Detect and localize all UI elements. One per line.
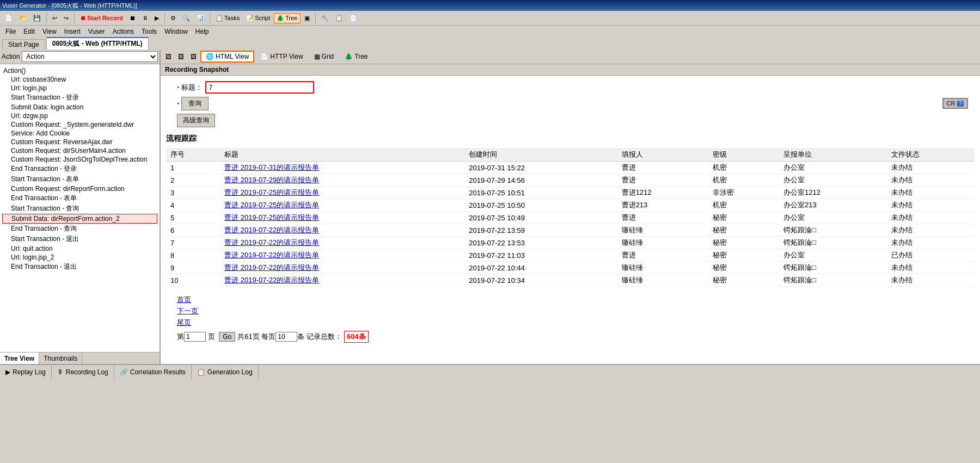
title-link-0[interactable]: 曹进 2019-07-31的请示报告单: [224, 163, 319, 171]
page-first: 首页: [177, 295, 975, 305]
title-link-6[interactable]: 曹进 2019-07-22的请示报告单: [224, 238, 319, 246]
go-btn[interactable]: Go: [219, 332, 235, 342]
menu-edit[interactable]: Edit: [20, 27, 38, 36]
title-link-5[interactable]: 曹进 2019-07-22的请示报告单: [224, 226, 319, 234]
tab-correlation-results[interactable]: 🔗 Correlation Results: [114, 365, 192, 379]
tasks-btn[interactable]: 📋 Tasks: [213, 13, 242, 23]
script-btn[interactable]: 📝 Script: [243, 13, 273, 23]
cr-button[interactable]: CR ?: [942, 98, 968, 109]
view-btn-b[interactable]: 🖼: [175, 52, 187, 61]
tab-grid[interactable]: ▦ Grid: [309, 51, 339, 62]
col-person: 填报人: [617, 148, 709, 162]
page-input[interactable]: [184, 332, 206, 342]
tree-item-14[interactable]: End Transaction - 表单: [2, 193, 157, 203]
layout-btn[interactable]: ▣: [302, 13, 313, 23]
next-page-link[interactable]: 下一页: [177, 307, 198, 315]
misc-btn1[interactable]: 🔧: [318, 13, 332, 23]
menu-insert[interactable]: Insert: [61, 27, 84, 36]
title-link-7[interactable]: 曹进 2019-07-22的请示报告单: [224, 251, 319, 259]
tree-item-17[interactable]: End Transaction - 查询: [2, 224, 157, 234]
menu-actions[interactable]: Actions: [109, 27, 137, 36]
tab-start-page[interactable]: Start Page: [2, 39, 45, 50]
form-title-row: • 标题：: [177, 81, 975, 94]
tab-tree[interactable]: 🌲 Tree: [340, 51, 372, 62]
undo-btn[interactable]: ↩: [50, 13, 60, 23]
cell-title-9: 曹进 2019-07-22的请示报告单: [220, 274, 464, 287]
tree-item-11[interactable]: End Transaction - 登录: [2, 164, 157, 174]
menu-help[interactable]: Help: [192, 27, 212, 36]
btn5[interactable]: ⚙: [168, 13, 179, 23]
tree-item-9[interactable]: Custom Request: dirSUserMain4.action: [2, 146, 157, 155]
menu-view[interactable]: View: [39, 27, 60, 36]
btn6[interactable]: 🔍: [180, 13, 193, 23]
btn7[interactable]: 📊: [194, 13, 207, 23]
view-btn-a[interactable]: 🖼: [163, 52, 174, 61]
tab-active[interactable]: 0805火狐 - Web (HTTP/HTML): [46, 37, 149, 50]
tree-item-21[interactable]: End Transaction - 退出: [2, 262, 157, 272]
title-text: Vuser Generator - [0805火狐 - Web (HTTP/HT…: [2, 2, 137, 10]
pause-btn[interactable]: ⏸: [139, 13, 151, 23]
first-page-link[interactable]: 首页: [177, 295, 191, 304]
tree-item-13[interactable]: Custom Request: dirReportForm.action: [2, 184, 157, 193]
tree-item-16[interactable]: Submit Data: dirReportForm.action_2: [2, 214, 157, 224]
content-area: • 标题： • 查询 高级查询 流程跟踪 序号 标题 创建时间 填报人 密级: [161, 76, 980, 364]
misc-btn2[interactable]: 📋: [333, 13, 346, 23]
title-link-8[interactable]: 曹进 2019-07-22的请示报告单: [224, 263, 319, 271]
cell-person-5: 辙硅缍: [617, 224, 709, 237]
cell-person-4: 曹进: [617, 212, 709, 224]
view-btn-c[interactable]: 🖼: [188, 52, 199, 61]
tree-item-19[interactable]: Url: quit.action: [2, 244, 157, 253]
tree-item-6[interactable]: Custom Request: _System.generateId.dwr: [2, 120, 157, 129]
title-input[interactable]: [205, 81, 314, 94]
tab-replay-log[interactable]: ▶ Replay Log: [0, 365, 52, 379]
title-link-3[interactable]: 曹进 2019-07-25的请示报告单: [224, 201, 319, 209]
run-btn[interactable]: ▶: [152, 13, 162, 23]
table-body: 1 曹进 2019-07-31的请示报告单 2019-07-31 15:22 曹…: [166, 162, 975, 287]
menu-window[interactable]: Window: [161, 27, 191, 36]
stop-btn[interactable]: ⏹: [127, 13, 138, 23]
menu-vuser[interactable]: Vuser: [85, 27, 108, 36]
tree-item-15[interactable]: Start Transaction - 查询: [2, 203, 157, 214]
tree-item-18[interactable]: Start Transaction - 退出: [2, 234, 157, 244]
tree-item-4[interactable]: Submit Data: login.action: [2, 103, 157, 112]
tab-html-view[interactable]: 🌐 HTML View: [200, 51, 254, 63]
tree-item-1[interactable]: Url: cssbase30new: [2, 75, 157, 84]
tree-btn[interactable]: 🌲 Tree: [274, 13, 300, 23]
tree-item-3[interactable]: Start Transaction - 登录: [2, 92, 157, 103]
title-link-4[interactable]: 曹进 2019-07-25的请示报告单: [224, 213, 319, 221]
cell-secret-4: 秘密: [708, 212, 779, 224]
tree-item-20[interactable]: Url: login.jsp_2: [2, 253, 157, 262]
cell-time-5: 2019-07-22 13:59: [464, 224, 617, 237]
tree-item-5[interactable]: Url: dzgw.jsp: [2, 112, 157, 120]
action-dropdown: Action Action: [0, 50, 160, 64]
tab-recording-log[interactable]: 🎙 Recording Log: [52, 365, 114, 379]
left-tab-thumbnails[interactable]: Thumbnails: [39, 353, 82, 364]
tree-item-10[interactable]: Custom Request: JsonSOrgToIDeptTree.acti…: [2, 155, 157, 164]
menu-tools[interactable]: Tools: [138, 27, 160, 36]
save-btn[interactable]: 💾: [30, 13, 44, 23]
menu-file[interactable]: File: [2, 27, 19, 36]
misc-btn3[interactable]: 📄: [347, 13, 360, 23]
tree-item-8[interactable]: Custom Request: ReverseAjax.dwr: [2, 138, 157, 146]
left-tab-treeview[interactable]: Tree View: [0, 353, 39, 364]
tree-item-2[interactable]: Url: login.jsp: [2, 84, 157, 92]
per-page-input[interactable]: [275, 332, 297, 342]
new-btn[interactable]: 📄: [2, 13, 15, 23]
tree-item-12[interactable]: Start Transaction - 表单: [2, 174, 157, 184]
tab-generation-log[interactable]: 📋 Generation Log: [192, 365, 259, 379]
query-btn[interactable]: 查询: [181, 97, 209, 110]
tree-item-7[interactable]: Service: Add Cookie: [2, 129, 157, 138]
open-btn[interactable]: 📂: [16, 13, 29, 23]
title-link-2[interactable]: 曹进 2019-07-25的请示报告单: [224, 188, 319, 196]
tree-label-7: Service: Add Cookie: [11, 129, 70, 137]
high-query-btn[interactable]: 高级查询: [177, 114, 215, 127]
action-select[interactable]: Action: [22, 51, 158, 62]
redo-btn[interactable]: ↪: [61, 13, 71, 23]
cell-time-8: 2019-07-22 10:44: [464, 262, 617, 274]
title-link-9[interactable]: 曹进 2019-07-22的请示报告单: [224, 276, 319, 284]
last-page-link[interactable]: 尾页: [177, 318, 191, 326]
title-link-1[interactable]: 曹进 2019-07-29的请示报告单: [224, 176, 319, 184]
start-record-btn[interactable]: ⏺ Start Record: [77, 13, 126, 23]
tab-http-view[interactable]: 📄 HTTP View: [255, 51, 308, 62]
tree-item-0[interactable]: Action(): [2, 66, 157, 75]
